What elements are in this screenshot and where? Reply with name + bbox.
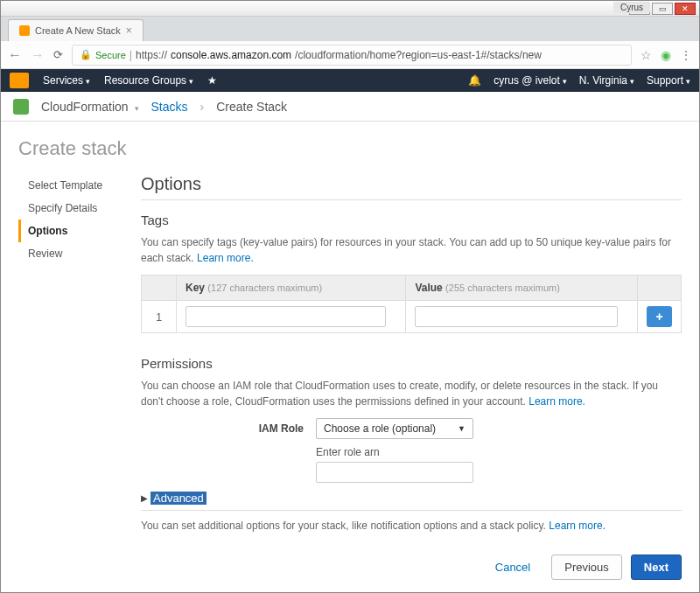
browser-menu-icon[interactable]: ⋮ [680, 48, 692, 62]
nav-pin-icon[interactable]: ★ [207, 74, 217, 87]
chevron-right-icon: › [200, 100, 205, 114]
page-title: Create stack [18, 137, 682, 160]
step-select-template[interactable]: Select Template [18, 174, 132, 197]
tags-learn-more-link[interactable]: Learn more. [197, 252, 254, 264]
bookmark-icon[interactable]: ☆ [640, 48, 652, 62]
windows-user-label: Cyrus [613, 2, 650, 13]
table-row: 1 + [142, 301, 682, 333]
next-button[interactable]: Next [631, 555, 682, 580]
service-breadcrumb-bar: CloudFormation ▾ Stacks › Create Stack [1, 92, 699, 122]
close-icon[interactable]: × [126, 24, 132, 37]
extension-icon[interactable]: ◉ [661, 48, 671, 62]
step-options[interactable]: Options [18, 220, 132, 242]
advanced-toggle[interactable]: ▶ Advanced [141, 492, 682, 511]
tag-row-index: 1 [142, 301, 177, 333]
breadcrumb-stacks[interactable]: Stacks [151, 100, 188, 114]
window-close-button[interactable]: ✕ [675, 3, 696, 15]
options-heading: Options [141, 174, 682, 200]
tag-key-input[interactable] [186, 306, 386, 327]
breadcrumb-create-stack: Create Stack [216, 100, 287, 114]
cancel-button[interactable]: Cancel [483, 555, 542, 579]
window-titlebar: Cyrus — ▭ ✕ [1, 1, 699, 17]
step-specify-details[interactable]: Specify Details [18, 197, 132, 220]
tab-title: Create A New Stack [35, 25, 121, 36]
tags-heading: Tags [141, 213, 682, 227]
wizard-footer: Cancel Previous Next [141, 542, 682, 593]
url-scheme: https:// [136, 49, 167, 61]
aws-top-nav: Services▾ Resource Groups▾ ★ 🔔 cyrus @ i… [1, 69, 699, 92]
browser-tab-strip: Create A New Stack × [1, 17, 699, 41]
tags-value-header: Value (255 characters maximum) [406, 276, 638, 301]
tag-value-input[interactable] [415, 306, 617, 327]
chevron-down-icon: ▼ [458, 424, 466, 433]
service-name[interactable]: CloudFormation ▾ [41, 100, 139, 114]
wizard-step-nav: Select Template Specify Details Options … [18, 169, 132, 593]
url-path: /cloudformation/home?region=us-east-1#/s… [295, 49, 542, 61]
reload-button[interactable]: ⟳ [53, 48, 63, 61]
nav-resource-groups[interactable]: Resource Groups▾ [104, 74, 193, 87]
lock-icon: 🔒 [80, 49, 92, 60]
permissions-heading: Permissions [141, 356, 682, 371]
previous-button[interactable]: Previous [551, 555, 622, 580]
url-host: console.aws.amazon.com [171, 49, 291, 61]
tags-description: You can specify tags (key-value pairs) f… [141, 234, 682, 266]
tags-key-header: Key (127 characters maximum) [177, 276, 406, 301]
tags-table: Key (127 characters maximum) Value (255 … [141, 275, 682, 333]
browser-toolbar: ← → ⟳ 🔒 Secure | https://console.aws.ama… [1, 41, 699, 69]
role-arn-label: Enter role arn [316, 446, 473, 458]
secure-label: Secure [95, 50, 126, 60]
aws-logo-icon[interactable] [10, 73, 29, 88]
permissions-description: You can choose an IAM role that CloudFor… [141, 378, 682, 409]
advanced-description: You can set additional options for your … [141, 518, 682, 534]
forward-button[interactable]: → [31, 47, 45, 63]
nav-services[interactable]: Services▾ [43, 74, 90, 87]
role-arn-input[interactable] [316, 462, 473, 483]
window-maximize-button[interactable]: ▭ [652, 3, 673, 15]
bell-icon[interactable]: 🔔 [468, 74, 481, 87]
nav-region[interactable]: N. Virginia▾ [579, 74, 634, 87]
iam-role-select[interactable]: Choose a role (optional) ▼ [316, 418, 473, 439]
advanced-learn-more-link[interactable]: Learn more. [549, 520, 606, 532]
permissions-learn-more-link[interactable]: Learn more. [528, 395, 585, 408]
step-review[interactable]: Review [18, 242, 132, 265]
aws-favicon-icon [19, 25, 30, 36]
nav-account[interactable]: cyrus @ ivelot▾ [494, 74, 567, 87]
caret-right-icon: ▶ [141, 493, 148, 503]
browser-tab[interactable]: Create A New Stack × [8, 19, 144, 41]
iam-role-label: IAM Role [141, 422, 316, 435]
address-bar[interactable]: 🔒 Secure | https://console.aws.amazon.co… [72, 45, 632, 66]
back-button[interactable]: ← [8, 47, 22, 63]
cloudformation-icon [13, 99, 29, 115]
add-tag-button[interactable]: + [647, 306, 671, 327]
nav-support[interactable]: Support▾ [647, 74, 690, 87]
